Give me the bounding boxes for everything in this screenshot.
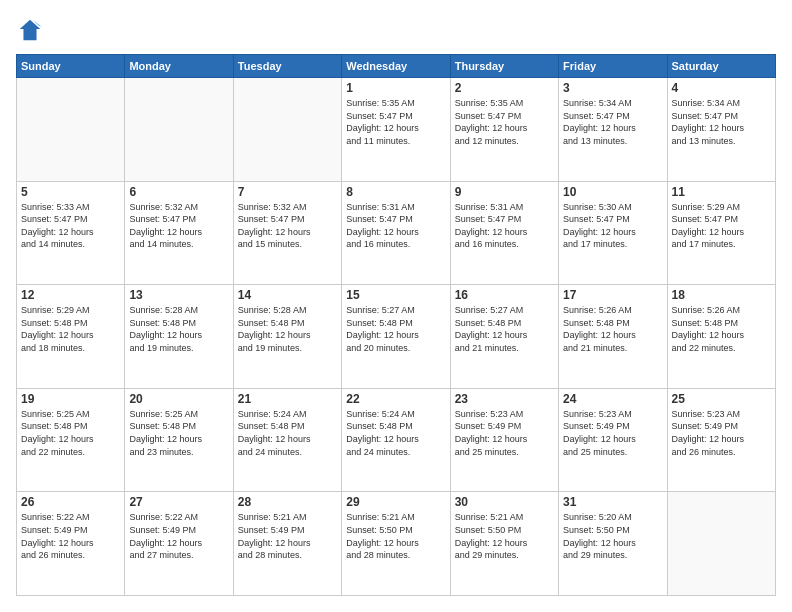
day-number: 28 [238, 495, 337, 509]
calendar-week-3: 12Sunrise: 5:29 AM Sunset: 5:48 PM Dayli… [17, 285, 776, 389]
calendar-cell: 12Sunrise: 5:29 AM Sunset: 5:48 PM Dayli… [17, 285, 125, 389]
day-info: Sunrise: 5:23 AM Sunset: 5:49 PM Dayligh… [672, 408, 771, 458]
day-number: 17 [563, 288, 662, 302]
calendar-cell: 27Sunrise: 5:22 AM Sunset: 5:49 PM Dayli… [125, 492, 233, 596]
logo [16, 16, 48, 44]
calendar-cell: 13Sunrise: 5:28 AM Sunset: 5:48 PM Dayli… [125, 285, 233, 389]
calendar-cell: 19Sunrise: 5:25 AM Sunset: 5:48 PM Dayli… [17, 388, 125, 492]
day-info: Sunrise: 5:34 AM Sunset: 5:47 PM Dayligh… [672, 97, 771, 147]
day-number: 22 [346, 392, 445, 406]
calendar-cell: 8Sunrise: 5:31 AM Sunset: 5:47 PM Daylig… [342, 181, 450, 285]
day-number: 9 [455, 185, 554, 199]
day-info: Sunrise: 5:23 AM Sunset: 5:49 PM Dayligh… [455, 408, 554, 458]
calendar-cell: 15Sunrise: 5:27 AM Sunset: 5:48 PM Dayli… [342, 285, 450, 389]
calendar-week-2: 5Sunrise: 5:33 AM Sunset: 5:47 PM Daylig… [17, 181, 776, 285]
day-info: Sunrise: 5:28 AM Sunset: 5:48 PM Dayligh… [238, 304, 337, 354]
day-info: Sunrise: 5:31 AM Sunset: 5:47 PM Dayligh… [455, 201, 554, 251]
day-of-week-sunday: Sunday [17, 55, 125, 78]
day-number: 1 [346, 81, 445, 95]
day-info: Sunrise: 5:22 AM Sunset: 5:49 PM Dayligh… [21, 511, 120, 561]
day-of-week-monday: Monday [125, 55, 233, 78]
calendar-cell: 4Sunrise: 5:34 AM Sunset: 5:47 PM Daylig… [667, 78, 775, 182]
calendar-cell [667, 492, 775, 596]
day-info: Sunrise: 5:25 AM Sunset: 5:48 PM Dayligh… [21, 408, 120, 458]
day-number: 29 [346, 495, 445, 509]
day-info: Sunrise: 5:22 AM Sunset: 5:49 PM Dayligh… [129, 511, 228, 561]
calendar-cell: 25Sunrise: 5:23 AM Sunset: 5:49 PM Dayli… [667, 388, 775, 492]
day-number: 25 [672, 392, 771, 406]
day-info: Sunrise: 5:24 AM Sunset: 5:48 PM Dayligh… [238, 408, 337, 458]
day-info: Sunrise: 5:32 AM Sunset: 5:47 PM Dayligh… [238, 201, 337, 251]
calendar-cell: 24Sunrise: 5:23 AM Sunset: 5:49 PM Dayli… [559, 388, 667, 492]
calendar-cell: 11Sunrise: 5:29 AM Sunset: 5:47 PM Dayli… [667, 181, 775, 285]
day-info: Sunrise: 5:26 AM Sunset: 5:48 PM Dayligh… [672, 304, 771, 354]
day-number: 24 [563, 392, 662, 406]
calendar-cell [233, 78, 341, 182]
calendar-cell: 23Sunrise: 5:23 AM Sunset: 5:49 PM Dayli… [450, 388, 558, 492]
day-info: Sunrise: 5:21 AM Sunset: 5:50 PM Dayligh… [346, 511, 445, 561]
day-info: Sunrise: 5:25 AM Sunset: 5:48 PM Dayligh… [129, 408, 228, 458]
calendar-cell: 20Sunrise: 5:25 AM Sunset: 5:48 PM Dayli… [125, 388, 233, 492]
day-info: Sunrise: 5:24 AM Sunset: 5:48 PM Dayligh… [346, 408, 445, 458]
calendar-cell: 1Sunrise: 5:35 AM Sunset: 5:47 PM Daylig… [342, 78, 450, 182]
day-number: 31 [563, 495, 662, 509]
calendar-week-1: 1Sunrise: 5:35 AM Sunset: 5:47 PM Daylig… [17, 78, 776, 182]
day-info: Sunrise: 5:27 AM Sunset: 5:48 PM Dayligh… [346, 304, 445, 354]
day-number: 10 [563, 185, 662, 199]
calendar-cell: 3Sunrise: 5:34 AM Sunset: 5:47 PM Daylig… [559, 78, 667, 182]
day-info: Sunrise: 5:27 AM Sunset: 5:48 PM Dayligh… [455, 304, 554, 354]
calendar-cell: 6Sunrise: 5:32 AM Sunset: 5:47 PM Daylig… [125, 181, 233, 285]
calendar-cell: 31Sunrise: 5:20 AM Sunset: 5:50 PM Dayli… [559, 492, 667, 596]
day-info: Sunrise: 5:21 AM Sunset: 5:49 PM Dayligh… [238, 511, 337, 561]
calendar-cell: 17Sunrise: 5:26 AM Sunset: 5:48 PM Dayli… [559, 285, 667, 389]
day-number: 13 [129, 288, 228, 302]
day-number: 15 [346, 288, 445, 302]
calendar-cell: 5Sunrise: 5:33 AM Sunset: 5:47 PM Daylig… [17, 181, 125, 285]
day-number: 14 [238, 288, 337, 302]
day-of-week-friday: Friday [559, 55, 667, 78]
calendar-week-4: 19Sunrise: 5:25 AM Sunset: 5:48 PM Dayli… [17, 388, 776, 492]
calendar-cell: 10Sunrise: 5:30 AM Sunset: 5:47 PM Dayli… [559, 181, 667, 285]
calendar-cell: 7Sunrise: 5:32 AM Sunset: 5:47 PM Daylig… [233, 181, 341, 285]
day-number: 27 [129, 495, 228, 509]
day-number: 19 [21, 392, 120, 406]
day-number: 21 [238, 392, 337, 406]
day-number: 26 [21, 495, 120, 509]
day-number: 7 [238, 185, 337, 199]
day-info: Sunrise: 5:34 AM Sunset: 5:47 PM Dayligh… [563, 97, 662, 147]
logo-icon [16, 16, 44, 44]
calendar-cell: 26Sunrise: 5:22 AM Sunset: 5:49 PM Dayli… [17, 492, 125, 596]
day-info: Sunrise: 5:29 AM Sunset: 5:47 PM Dayligh… [672, 201, 771, 251]
header [16, 16, 776, 44]
calendar-header: SundayMondayTuesdayWednesdayThursdayFrid… [17, 55, 776, 78]
day-info: Sunrise: 5:20 AM Sunset: 5:50 PM Dayligh… [563, 511, 662, 561]
day-number: 2 [455, 81, 554, 95]
day-info: Sunrise: 5:29 AM Sunset: 5:48 PM Dayligh… [21, 304, 120, 354]
day-number: 6 [129, 185, 228, 199]
calendar-body: 1Sunrise: 5:35 AM Sunset: 5:47 PM Daylig… [17, 78, 776, 596]
day-info: Sunrise: 5:30 AM Sunset: 5:47 PM Dayligh… [563, 201, 662, 251]
calendar-table: SundayMondayTuesdayWednesdayThursdayFrid… [16, 54, 776, 596]
day-number: 4 [672, 81, 771, 95]
day-info: Sunrise: 5:33 AM Sunset: 5:47 PM Dayligh… [21, 201, 120, 251]
day-number: 16 [455, 288, 554, 302]
day-number: 30 [455, 495, 554, 509]
calendar-cell: 9Sunrise: 5:31 AM Sunset: 5:47 PM Daylig… [450, 181, 558, 285]
calendar-cell: 2Sunrise: 5:35 AM Sunset: 5:47 PM Daylig… [450, 78, 558, 182]
calendar-cell: 21Sunrise: 5:24 AM Sunset: 5:48 PM Dayli… [233, 388, 341, 492]
day-of-week-saturday: Saturday [667, 55, 775, 78]
day-info: Sunrise: 5:31 AM Sunset: 5:47 PM Dayligh… [346, 201, 445, 251]
day-number: 18 [672, 288, 771, 302]
day-number: 20 [129, 392, 228, 406]
day-info: Sunrise: 5:23 AM Sunset: 5:49 PM Dayligh… [563, 408, 662, 458]
day-info: Sunrise: 5:26 AM Sunset: 5:48 PM Dayligh… [563, 304, 662, 354]
calendar-cell: 29Sunrise: 5:21 AM Sunset: 5:50 PM Dayli… [342, 492, 450, 596]
calendar-cell: 14Sunrise: 5:28 AM Sunset: 5:48 PM Dayli… [233, 285, 341, 389]
calendar-week-5: 26Sunrise: 5:22 AM Sunset: 5:49 PM Dayli… [17, 492, 776, 596]
day-of-week-wednesday: Wednesday [342, 55, 450, 78]
svg-marker-0 [20, 20, 41, 41]
page: SundayMondayTuesdayWednesdayThursdayFrid… [0, 0, 792, 612]
calendar-cell: 28Sunrise: 5:21 AM Sunset: 5:49 PM Dayli… [233, 492, 341, 596]
day-info: Sunrise: 5:35 AM Sunset: 5:47 PM Dayligh… [455, 97, 554, 147]
day-info: Sunrise: 5:32 AM Sunset: 5:47 PM Dayligh… [129, 201, 228, 251]
